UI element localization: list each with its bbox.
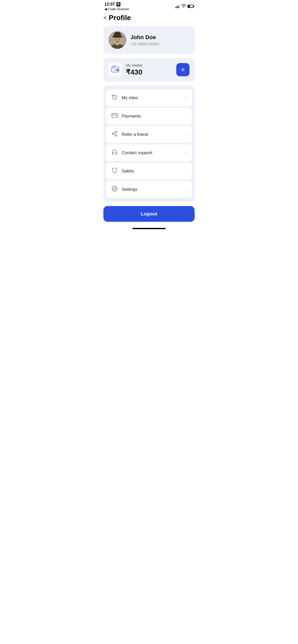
payments-label: Payments	[122, 114, 141, 119]
svg-rect-2	[118, 4, 119, 5]
wallet-amount: ₹430	[126, 68, 142, 76]
settings-label: Settings	[122, 187, 137, 192]
status-bar-right	[175, 4, 194, 9]
rides-chevron: ›	[186, 96, 187, 100]
menu-item-rides-left: My rides	[111, 94, 138, 102]
wallet-info: My Wallet ₹430	[126, 63, 142, 76]
svg-rect-16	[112, 113, 117, 118]
settings-chevron: ›	[186, 187, 187, 192]
menu-item-safety-left: Safety	[111, 167, 134, 175]
time-display: 12:07	[104, 2, 115, 7]
wallet-icon-box	[109, 63, 122, 76]
refer-label: Refer a friend	[122, 132, 148, 137]
battery-icon	[187, 5, 194, 8]
menu-item-support[interactable]: Contact support ›	[106, 144, 192, 161]
wallet-label: My Wallet	[126, 63, 142, 67]
wallet-add-button[interactable]: +	[176, 63, 189, 76]
svg-line-22	[114, 133, 116, 134]
svg-point-23	[114, 188, 115, 189]
menu-item-payments[interactable]: Payments ›	[106, 108, 192, 125]
id-icon	[116, 2, 120, 7]
svg-rect-3	[118, 5, 119, 5]
support-icon	[111, 149, 118, 157]
support-chevron: ›	[186, 151, 187, 155]
safety-icon	[111, 167, 118, 175]
code-scanner-label: Code Scanner	[108, 7, 129, 11]
menu-item-refer[interactable]: Refer a friend ›	[106, 126, 192, 143]
status-bar-left: 12:07 ◀ Code Scanner	[104, 2, 129, 11]
safety-chevron: ›	[186, 169, 187, 173]
svg-line-21	[114, 134, 116, 135]
svg-point-9	[114, 32, 121, 37]
logout-button[interactable]: Logout	[103, 206, 195, 222]
page-title: Profile	[109, 14, 131, 22]
menu-item-refer-left: Refer a friend	[111, 131, 148, 138]
rides-icon	[111, 94, 118, 102]
back-triangle: ◀	[104, 7, 107, 11]
menu-item-settings-left: Settings	[111, 186, 137, 193]
payments-icon	[111, 112, 118, 120]
menu-item-safety[interactable]: Safety ›	[106, 163, 192, 180]
support-label: Contact support	[122, 150, 152, 155]
signal-icon	[175, 5, 180, 8]
payments-chevron: ›	[186, 114, 187, 119]
menu-item-support-left: Contact support	[111, 149, 152, 157]
avatar	[109, 31, 126, 49]
refer-icon	[111, 131, 118, 138]
menu-item-settings[interactable]: Settings ›	[106, 181, 192, 198]
svg-point-11	[119, 39, 120, 40]
wallet-left: My Wallet ₹430	[109, 63, 142, 76]
back-button[interactable]: <	[103, 14, 107, 21]
content: John Doe +91 9835748390	[99, 26, 199, 202]
menu-card: My rides › Payments ›	[103, 85, 195, 202]
settings-icon	[111, 186, 118, 193]
rides-label: My rides	[122, 95, 138, 100]
svg-rect-1	[118, 3, 119, 4]
wifi-icon	[181, 4, 186, 9]
refer-chevron: ›	[186, 132, 187, 137]
nav-header: < Profile	[99, 11, 199, 26]
svg-rect-0	[117, 3, 120, 6]
profile-phone: +91 9835748390	[130, 42, 159, 46]
svg-point-10	[115, 39, 116, 40]
code-scanner-back[interactable]: ◀ Code Scanner	[104, 7, 129, 11]
menu-item-rides[interactable]: My rides ›	[106, 90, 192, 106]
wallet-card: My Wallet ₹430 +	[103, 58, 195, 81]
status-time: 12:07	[104, 2, 129, 7]
profile-name: John Doe	[130, 34, 159, 41]
wallet-icon	[111, 65, 119, 74]
profile-card: John Doe +91 9835748390	[103, 26, 195, 54]
home-bar	[132, 228, 166, 229]
profile-info: John Doe +91 9835748390	[130, 34, 159, 46]
svg-point-14	[116, 69, 117, 70]
safety-label: Safety	[122, 169, 134, 174]
home-indicator	[99, 226, 199, 233]
menu-item-payments-left: Payments	[111, 112, 141, 120]
status-bar: 12:07 ◀ Code Scanner	[99, 0, 199, 11]
